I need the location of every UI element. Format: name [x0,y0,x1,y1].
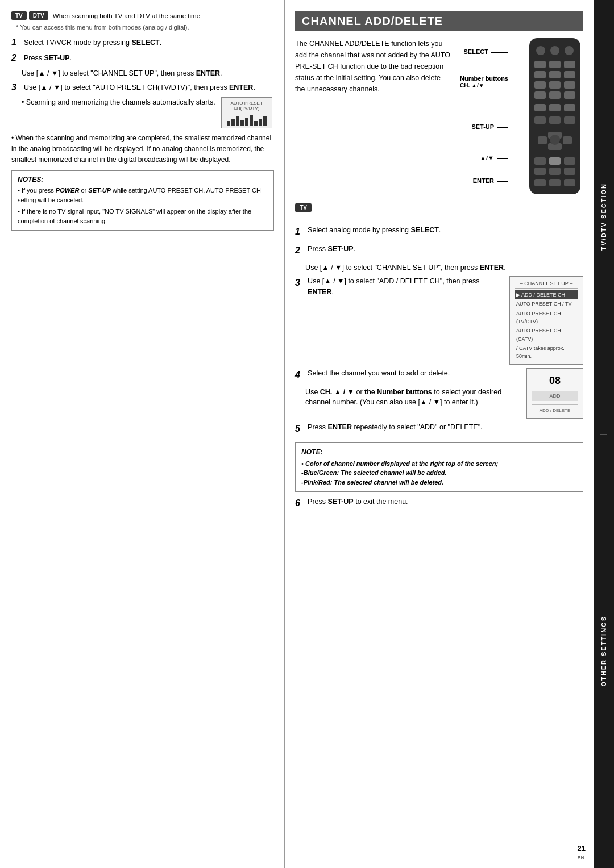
right-step-5: 5 Press ENTER repeatedly to select "ADD"… [295,422,583,436]
menu-box-3-title: – CHANNEL SET UP – [515,279,578,288]
right-step-5-num: 5 [295,422,305,436]
step-3-content: Use [▲ / ▼] to select "AUTO PRESET CH(TV… [24,82,255,93]
note-item-2: -Blue/Green: The selected channel will b… [301,468,577,478]
menu-item-tv: AUTO PRESET CH / TV [515,299,578,308]
note-item-3: -Pink/Red: The selected channel will be … [301,478,577,487]
svg-point-3 [565,46,574,55]
right-step-4-content: Select the channel you want to add or de… [308,368,450,379]
svg-point-2 [550,46,559,55]
svg-rect-11 [549,81,561,89]
scan-note: When scanning both TV and DTV at the sam… [53,12,200,19]
menu-item-add-delete: ▶ ADD / DELETE CH [515,290,578,299]
right-step-2-content: Press SET-UP. [308,244,355,254]
svg-rect-20 [549,116,561,124]
svg-rect-14 [549,91,561,99]
right-step-2-substep: Use [▲ / ▼] to select "CHANNEL SET UP", … [305,262,583,273]
svg-rect-18 [564,104,575,111]
notes-title: NOTES: [18,176,268,183]
tab-section-tvdtv: TV/DTV SECTION [600,0,607,435]
note-item-1: • Color of channel number displayed at t… [301,459,577,469]
when-scanning-note: • When the scanning and memorizing are c… [11,133,274,165]
dtv-badge: DTV [29,11,48,20]
step-2-substep: Use [▲ / ▼] to select "CHANNEL SET UP", … [22,68,274,79]
step-1-num: 1 [11,37,22,48]
right-step-1-content: Select analog mode by pressing SELECT. [308,225,441,236]
right-step-4-area: 08 ADD ADD / DELETE 4 Select the channel… [295,368,583,422]
svg-rect-9 [564,71,575,78]
menu-box-3: – CHANNEL SET UP – ▶ ADD / DELETE CH AUT… [509,276,583,365]
right-step-6: 6 Press SET-UP to exit the menu. [295,496,583,511]
label-enter: ENTER [473,177,508,184]
note-box-right: NOTE: • Color of channel number displaye… [295,442,583,493]
scan-image: AUTO PRESET CH(TV/DTV) [221,97,272,128]
label-nav: ▲/▼ [480,155,508,161]
step-2-num: 2 [11,53,22,63]
right-step-4-num: 4 [295,368,305,382]
right-step-2-num: 2 [295,244,305,258]
tab-other-label: OTHER SETTINGS [600,610,607,692]
svg-rect-21 [564,116,575,124]
right-step-4: 4 Select the channel you want to add or … [295,368,521,382]
scan-box: • Scanning and memorizing the channels a… [22,97,274,128]
right-step-3-content: Use [▲ / ▼] to select "ADD / DELETE CH",… [308,276,504,298]
svg-rect-13 [534,91,546,99]
menu-item-catv: AUTO PRESET CH (CATV) [515,326,578,344]
tv-badge: TV [11,11,27,20]
svg-rect-33 [534,179,546,186]
svg-point-26 [550,135,560,145]
svg-rect-19 [534,116,546,124]
label-select: SELECT [464,48,508,55]
divider-1 [295,220,583,220]
step-3: 3 Use [▲ / ▼] to select "AUTO PRESET CH(… [11,82,274,93]
tab-section-other: OTHER SETTINGS [600,435,607,869]
right-step-3-num: 3 [295,276,305,290]
right-step-6-content: Press SET-UP to exit the menu. [308,496,408,507]
svg-rect-7 [534,71,546,78]
svg-rect-27 [534,157,546,165]
svg-rect-6 [564,61,575,68]
svg-rect-10 [534,81,546,89]
page-en: EN [578,855,585,861]
menu-item-catv-note: / CATV takes approx. 50min. [515,344,578,361]
access-note: You can access this menu from both modes… [16,23,274,32]
right-step-5-content: Press ENTER repeatedly to select "ADD" o… [308,422,482,433]
step-2-content: Press SET-UP. [24,53,72,64]
step-3-num: 3 [11,82,22,93]
svg-rect-31 [549,168,561,175]
svg-rect-32 [564,168,575,175]
vertical-tab: TV/DTV SECTION OTHER SETTINGS [594,0,614,868]
main-content: TV DTV When scanning both TV and DTV at … [0,0,594,868]
notes-text-1: • If you press POWER or SET-UP while set… [18,186,268,205]
tab-tvdtv-label: TV/DTV SECTION [600,177,607,256]
label-setup: SET-UP [471,123,508,130]
section-title: CHANNEL ADD/DELETE [295,11,583,31]
svg-rect-15 [564,91,575,99]
svg-rect-24 [538,136,547,144]
right-step-6-num: 6 [295,496,305,511]
remote-svg [526,38,583,197]
svg-rect-5 [549,61,561,68]
svg-rect-17 [549,104,561,111]
svg-rect-30 [534,168,546,175]
left-column: TV DTV When scanning both TV and DTV at … [0,0,285,868]
add-label: ADD [532,391,578,401]
notes-text-2: • If there is no TV signal input, "NO TV… [18,207,268,226]
svg-rect-35 [564,179,575,186]
step-2: 2 Press SET-UP. [11,53,274,64]
right-step-3-area: – CHANNEL SET UP – ▶ ADD / DELETE CH AUT… [295,276,583,368]
add-delete-sublabel: ADD / DELETE [532,404,578,415]
menu-item-tvdtv: AUTO PRESET CH (TV/DTV) [515,309,578,327]
step-1-content: Select TV/VCR mode by pressing SELECT. [24,37,161,48]
svg-rect-12 [564,81,575,89]
right-step-1-num: 1 [295,225,305,239]
right-step-3: 3 Use [▲ / ▼] to select "ADD / DELETE CH… [295,276,504,298]
notes-box: NOTES: • If you press POWER or SET-UP wh… [11,170,274,231]
scan-text: • Scanning and memorizing the channels a… [22,97,215,108]
svg-rect-4 [534,61,546,68]
intro-text: The CHANNEL ADD/DELETE function lets you… [295,38,451,95]
svg-rect-29 [564,157,575,165]
add-delete-display: 08 ADD ADD / DELETE [526,368,583,419]
label-number-buttons: Number buttons CH. ▲/▼ [460,75,508,89]
svg-rect-25 [563,136,572,144]
right-steps: 1 Select analog mode by pressing SELECT.… [295,225,583,511]
